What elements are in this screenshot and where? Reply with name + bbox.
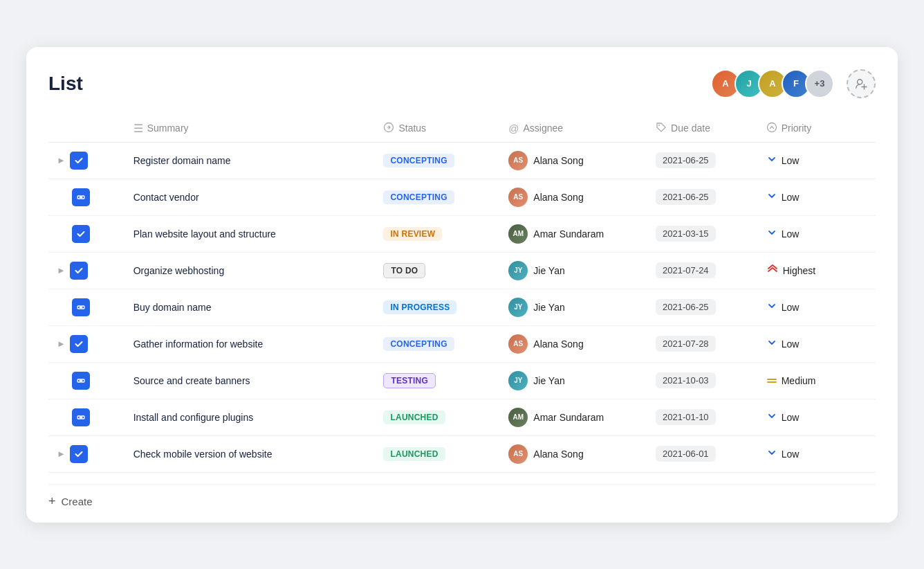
chevron-icon[interactable]: ►: [57, 265, 66, 276]
create-row[interactable]: + Create: [48, 484, 876, 509]
status-cell[interactable]: TO DO: [375, 252, 500, 289]
table-row[interactable]: ► Gather information for website CONCEPT…: [48, 325, 876, 362]
due-date-cell: 2021-06-25: [647, 289, 758, 325]
status-cell[interactable]: LAUNCHED: [375, 399, 500, 435]
priority-icon-medium: [766, 375, 777, 386]
priority-cell: Low: [758, 325, 876, 362]
col-due-date: Due date: [647, 115, 758, 143]
summary-text: Contact vendor: [133, 192, 199, 203]
assignee-avatar: AS: [508, 444, 528, 464]
chevron-icon[interactable]: ►: [57, 338, 66, 349]
add-person-button[interactable]: [847, 69, 876, 98]
priority-cell: Low: [758, 142, 876, 179]
summary-cell: Source and create banners: [125, 362, 376, 399]
priority-label: Low: [782, 155, 800, 166]
summary-text: Install and configure plugins: [133, 412, 254, 423]
status-badge[interactable]: CONCEPTING: [383, 337, 454, 351]
summary-cell: Contact vendor: [125, 179, 376, 215]
status-badge[interactable]: LAUNCHED: [383, 410, 445, 424]
task-icon-check: [70, 152, 88, 170]
status-badge[interactable]: LAUNCHED: [383, 447, 445, 461]
status-cell[interactable]: CONCEPTING: [375, 325, 500, 362]
status-cell[interactable]: IN REVIEW: [375, 215, 500, 252]
priority-cell: Low: [758, 179, 876, 215]
col-due-date-label: Due date: [671, 123, 710, 134]
priority-label: Low: [782, 302, 800, 313]
summary-text: Buy domain name: [133, 302, 212, 313]
chevron-icon[interactable]: ►: [57, 155, 66, 165]
priority-icon-low: [766, 190, 777, 204]
chevron-icon[interactable]: ►: [57, 449, 66, 459]
assignee-name: Jie Yan: [533, 265, 564, 276]
summary-cell: Plan website layout and structure: [125, 215, 376, 252]
status-badge[interactable]: CONCEPTING: [383, 190, 454, 204]
table-row[interactable]: Install and configure plugins LAUNCHED A…: [48, 399, 876, 435]
status-badge[interactable]: TO DO: [383, 263, 425, 278]
priority-icon-highest: [766, 264, 779, 277]
summary-cell: Install and configure plugins: [125, 399, 376, 435]
status-badge[interactable]: TESTING: [383, 373, 436, 388]
status-cell[interactable]: IN PROGRESS: [375, 289, 500, 325]
assignee-name: Alana Song: [533, 192, 583, 203]
priority-label: Highest: [783, 265, 815, 276]
table-row[interactable]: Contact vendor CONCEPTING AS Alana Song …: [48, 179, 876, 215]
table-body: ► Register domain name CONCEPTING AS Ala…: [48, 142, 876, 472]
priority-label: Low: [782, 449, 800, 460]
assignee-avatar: JY: [508, 298, 528, 317]
circle-up-icon: [766, 122, 777, 135]
due-date-cell: 2021-06-01: [647, 435, 758, 472]
assignee-avatar: AS: [508, 334, 528, 354]
assignee-avatar: AM: [508, 224, 528, 244]
due-date-pill: 2021-01-10: [656, 409, 716, 425]
assignee-name: Jie Yan: [533, 302, 564, 313]
assignee-cell: AM Amar Sundaram: [500, 399, 647, 435]
summary-text: Register domain name: [133, 155, 231, 166]
task-icon-link: [72, 298, 90, 316]
task-icon-link: [72, 408, 90, 426]
table-row[interactable]: ► Organize webhosting TO DO JY Jie Yan: [48, 252, 876, 289]
col-status-label: Status: [398, 123, 426, 134]
avatar-circle: +3: [805, 69, 834, 98]
priority-icon-low: [766, 337, 777, 350]
status-badge[interactable]: IN REVIEW: [383, 227, 442, 241]
summary-text: Gather information for website: [133, 338, 264, 350]
due-date-cell: 2021-06-25: [647, 142, 758, 179]
row-controls-cell: [48, 399, 125, 435]
svg-point-4: [658, 125, 660, 126]
table-row[interactable]: Plan website layout and structure IN REV…: [48, 215, 876, 252]
col-assignee-label: Assignee: [524, 123, 564, 134]
assignee-cell: AS Alana Song: [500, 142, 647, 179]
row-controls-cell: ►: [48, 142, 125, 179]
status-cell[interactable]: LAUNCHED: [375, 435, 500, 472]
priority-cell: Medium: [758, 362, 876, 399]
table-row[interactable]: ► Register domain name CONCEPTING AS Ala…: [48, 142, 876, 179]
assignee-name: Amar Sundaram: [533, 412, 604, 423]
status-cell[interactable]: CONCEPTING: [375, 179, 500, 215]
row-controls-cell: [48, 362, 125, 399]
priority-label: Medium: [782, 375, 816, 386]
due-date-cell: 2021-07-28: [647, 325, 758, 362]
assignee-name: Jie Yan: [533, 375, 564, 386]
due-date-pill: 2021-06-25: [656, 152, 716, 168]
due-date-pill: 2021-06-25: [656, 299, 716, 315]
create-plus-icon: +: [48, 494, 56, 509]
table-row[interactable]: Source and create banners TESTING JY Jie…: [48, 362, 876, 399]
due-date-pill: 2021-03-15: [656, 226, 716, 242]
due-date-cell: 2021-06-25: [647, 179, 758, 215]
summary-cell: Buy domain name: [125, 289, 376, 325]
status-cell[interactable]: CONCEPTING: [375, 142, 500, 179]
due-date-pill: 2021-07-28: [656, 336, 716, 352]
priority-icon-low: [766, 154, 777, 167]
assignee-name: Amar Sundaram: [533, 228, 604, 240]
assignee-cell: JY Jie Yan: [500, 289, 647, 325]
summary-cell: Check mobile version of website: [125, 435, 376, 472]
summary-text: Source and create banners: [133, 375, 250, 386]
due-date-pill: 2021-06-25: [656, 189, 716, 205]
summary-cell: Gather information for website: [125, 325, 376, 362]
col-summary-label: Summary: [147, 123, 189, 134]
table-row[interactable]: Buy domain name IN PROGRESS JY Jie Yan 2…: [48, 289, 876, 325]
table-row[interactable]: ► Check mobile version of website LAUNCH…: [48, 435, 876, 472]
status-badge[interactable]: CONCEPTING: [383, 154, 454, 168]
status-badge[interactable]: IN PROGRESS: [383, 300, 456, 314]
status-cell[interactable]: TESTING: [375, 362, 500, 399]
